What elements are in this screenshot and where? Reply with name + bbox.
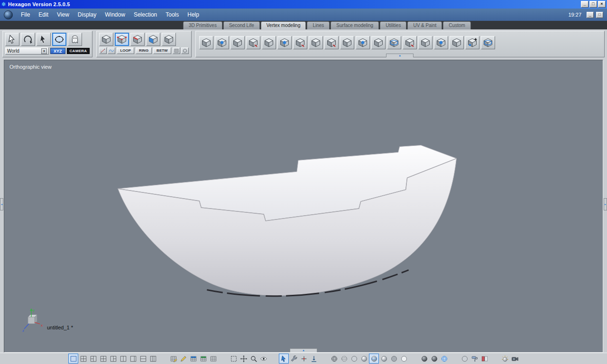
menu-help[interactable]: Help <box>183 11 203 18</box>
tab-uv-paint[interactable]: UV & Paint <box>407 21 442 29</box>
layout-two-horizontal[interactable] <box>138 354 147 363</box>
select-points-mode[interactable] <box>115 33 129 46</box>
circle-select-tool[interactable] <box>52 33 66 46</box>
paint-roller[interactable] <box>470 354 479 363</box>
edge-slash-toggle[interactable] <box>99 47 107 54</box>
curve-toggle[interactable] <box>108 47 115 54</box>
menu-window[interactable]: Window <box>101 11 129 18</box>
add-points-tool[interactable] <box>465 36 479 49</box>
dissociate-tool[interactable] <box>215 36 229 49</box>
select-cursor[interactable] <box>279 354 288 363</box>
average-weld-tool[interactable] <box>246 36 260 49</box>
tab-3d-primitives[interactable]: 3D Primitives <box>183 21 222 29</box>
restore-button[interactable]: □ <box>589 1 597 8</box>
render-dark-sphere[interactable] <box>420 354 429 363</box>
light-sphere[interactable] <box>500 354 509 363</box>
left-panel-collapse-handle[interactable]: ◄ <box>0 198 3 210</box>
between-button[interactable]: BETW <box>153 47 171 54</box>
shading-flat[interactable] <box>349 354 359 363</box>
right-panel-collapse-handle[interactable]: ► <box>604 198 607 210</box>
weld-points-tool[interactable] <box>230 36 245 49</box>
viewport-3d[interactable]: Orthographic view x z y untitled_1 * ▲ <box>4 60 603 353</box>
tessellate-tool[interactable] <box>199 36 213 49</box>
tweak-tool[interactable] <box>418 36 432 49</box>
fast-extrude-tool[interactable] <box>340 36 354 49</box>
symmetry-tool[interactable] <box>434 36 448 49</box>
layout-two-left[interactable] <box>89 354 98 363</box>
tab-utilities[interactable]: Utilities <box>380 21 406 29</box>
wrench-tool[interactable] <box>289 354 298 363</box>
circle-toggle[interactable] <box>181 47 189 54</box>
copy-tool[interactable] <box>277 36 292 49</box>
tab-lines[interactable]: Lines <box>307 21 330 29</box>
thickness-tool[interactable] <box>371 36 386 49</box>
grid-plain[interactable] <box>209 354 218 363</box>
shading-textured-wire[interactable] <box>399 354 408 363</box>
layout-two-vertical[interactable] <box>119 354 128 363</box>
menu-display[interactable]: Display <box>74 11 101 18</box>
close-button[interactable]: × <box>598 1 606 8</box>
render-dark-sphere-2[interactable] <box>430 354 439 363</box>
pick-cursor-tool[interactable] <box>37 33 51 46</box>
layout-quad[interactable] <box>79 354 88 363</box>
extrude-face-tool[interactable] <box>324 36 339 49</box>
stretch-tool[interactable] <box>262 36 276 49</box>
ring-button[interactable]: RING <box>136 47 152 54</box>
render-blue-globe[interactable] <box>440 354 449 363</box>
world-dropdown[interactable]: World ▼ <box>5 47 49 55</box>
chevron-down-icon[interactable]: ▼ <box>41 48 47 54</box>
select-edges-mode[interactable] <box>130 33 145 46</box>
panel-minimize-button[interactable]: _ <box>587 12 594 18</box>
loop-button[interactable]: LOOP <box>117 47 134 54</box>
layout-two-right[interactable] <box>109 354 118 363</box>
ghost-sphere[interactable] <box>460 354 469 363</box>
panel-columns[interactable] <box>480 354 489 363</box>
paint-select-tool[interactable] <box>68 33 82 46</box>
shading-smooth-wire[interactable] <box>369 354 378 363</box>
camera-button[interactable]: CAMERA <box>67 48 90 54</box>
visibility[interactable] <box>259 354 268 363</box>
pan-view[interactable] <box>239 354 248 363</box>
zoom-view[interactable] <box>249 354 258 363</box>
move-cursor-tool[interactable] <box>5 33 19 46</box>
grid-blue[interactable] <box>189 354 198 363</box>
panel-maximize-button[interactable]: □ <box>596 12 603 18</box>
select-objects-mode[interactable] <box>162 33 176 46</box>
magnet-tool[interactable] <box>481 36 495 49</box>
bridge-tool[interactable] <box>403 36 417 49</box>
rotate-tool[interactable] <box>21 33 35 46</box>
copy-symmetry-tool[interactable] <box>450 36 464 49</box>
offset-tool[interactable] <box>387 36 401 49</box>
extract-tool[interactable] <box>293 36 307 49</box>
shading-dotted[interactable] <box>340 354 349 363</box>
minimize-button[interactable]: _ <box>581 1 589 8</box>
select-auto-mode[interactable] <box>99 33 113 46</box>
tab-vertex-modeling[interactable]: Vertex modeling <box>261 21 306 29</box>
toolbar-collapse-handle[interactable]: ▲ <box>386 54 414 57</box>
shading-textured[interactable] <box>389 354 398 363</box>
tab-second-life[interactable]: Second Life <box>223 21 260 29</box>
tab-custom[interactable]: Custom <box>443 21 470 29</box>
bottom-collapse-handle[interactable]: ▲ <box>290 348 317 352</box>
menu-tools[interactable]: Tools <box>161 11 183 18</box>
extrude-surface-tool[interactable] <box>309 36 323 49</box>
menu-edit[interactable]: Edit <box>34 11 53 18</box>
grid-toggle[interactable] <box>173 47 180 54</box>
xyz-button[interactable]: XYZ <box>50 48 65 54</box>
shading-wireframe[interactable] <box>330 354 339 363</box>
layout-quad-b[interactable] <box>99 354 108 363</box>
shading-flat-lined[interactable] <box>359 354 368 363</box>
grid-green[interactable] <box>199 354 208 363</box>
grid-pencil[interactable] <box>179 354 188 363</box>
layout-single[interactable] <box>69 354 78 363</box>
menu-selection[interactable]: Selection <box>129 11 161 18</box>
drop-tool[interactable] <box>309 354 318 363</box>
tab-surface-modeling[interactable]: Surface modeling <box>331 21 379 29</box>
snap-cross[interactable] <box>299 354 308 363</box>
select-faces-mode[interactable] <box>146 33 160 46</box>
shading-smooth[interactable] <box>379 354 388 363</box>
sweep-surface-tool[interactable] <box>356 36 370 49</box>
menu-view[interactable]: View <box>53 11 74 18</box>
grid-edit[interactable] <box>169 354 178 363</box>
camera-snapshot[interactable] <box>510 354 519 363</box>
